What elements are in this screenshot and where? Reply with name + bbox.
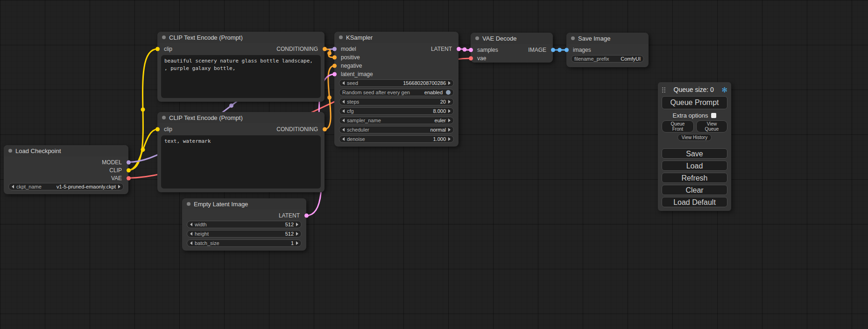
settings-gear-icon[interactable]: ✻ <box>721 86 727 93</box>
denoise-widget[interactable]: denoise 1.000 <box>339 135 454 143</box>
cfg-widget[interactable]: cfg 8.000 <box>339 107 454 115</box>
prev-arrow-icon[interactable] <box>342 128 345 132</box>
collapse-dot-icon[interactable] <box>162 35 166 39</box>
collapse-dot-icon[interactable] <box>571 36 575 40</box>
filename-prefix-widget[interactable]: filename_prefix ComfyUI <box>571 55 644 63</box>
clip-input-port[interactable] <box>155 47 160 51</box>
prev-arrow-icon[interactable] <box>190 241 192 245</box>
node-title-bar[interactable]: KSampler <box>334 32 459 43</box>
slot-label: IMAGE <box>528 47 553 53</box>
next-arrow-icon[interactable] <box>296 241 298 245</box>
next-arrow-icon[interactable] <box>296 223 298 226</box>
widget-name: ckpt_name <box>16 184 42 189</box>
collapse-dot-icon[interactable] <box>339 35 343 39</box>
batch-size-widget[interactable]: batch_size 1 <box>187 239 302 247</box>
load-button[interactable]: Load <box>662 161 727 171</box>
view-history-button[interactable]: View History <box>677 134 712 141</box>
clip-input-port[interactable] <box>155 127 160 132</box>
clear-button[interactable]: Clear <box>662 185 727 195</box>
height-widget[interactable]: height 512 <box>187 230 302 238</box>
collapse-dot-icon[interactable] <box>187 202 191 206</box>
positive-input-port[interactable] <box>332 56 337 60</box>
image-output-port[interactable] <box>551 48 555 52</box>
prev-arrow-icon[interactable] <box>190 232 192 236</box>
node-vae-decode[interactable]: VAE Decode samples IMAGE vae <box>471 33 553 63</box>
widget-name: Random seed after every gen <box>342 90 410 95</box>
random-seed-toggle-widget[interactable]: Random seed after every gen enabled <box>339 89 454 96</box>
prev-arrow-icon[interactable] <box>190 223 192 226</box>
widget-name: denoise <box>347 136 365 142</box>
node-title-bar[interactable]: VAE Decode <box>471 33 553 44</box>
refresh-button[interactable]: Refresh <box>662 173 727 183</box>
clip-output-port[interactable] <box>127 168 131 172</box>
save-button[interactable]: Save <box>662 148 727 159</box>
conditioning-output-port[interactable] <box>323 127 327 132</box>
collapse-dot-icon[interactable] <box>162 116 166 119</box>
prompt-textarea[interactable]: beautiful scenery nature glass bottle la… <box>161 55 321 98</box>
node-canvas[interactable]: Load Checkpoint MODEL CLIP VAE ckpt_name… <box>0 0 868 329</box>
prev-arrow-icon[interactable] <box>342 100 345 104</box>
steps-widget[interactable]: steps 20 <box>339 98 454 105</box>
latent-image-input-port[interactable] <box>332 72 337 77</box>
next-arrow-icon[interactable] <box>118 185 120 189</box>
node-title-bar[interactable]: CLIP Text Encode (Prompt) <box>157 32 325 43</box>
vae-output-port[interactable] <box>127 176 131 180</box>
node-ksampler[interactable]: KSampler model LATENT positive negative … <box>334 32 459 147</box>
collapse-dot-icon[interactable] <box>8 149 12 153</box>
queue-front-button[interactable]: Queue Front <box>662 120 694 133</box>
queue-buttons-row: Queue Front View Queue <box>662 120 727 133</box>
wire-midpoint-dot <box>141 107 145 112</box>
conditioning-output-port[interactable] <box>323 47 327 51</box>
node-title-bar[interactable]: Empty Latent Image <box>182 198 306 210</box>
model-input-port[interactable] <box>332 47 337 51</box>
latent-output-port[interactable] <box>304 214 309 218</box>
node-clip-text-encode-positive[interactable]: CLIP Text Encode (Prompt) clip CONDITION… <box>157 32 325 102</box>
next-arrow-icon[interactable] <box>448 119 451 122</box>
slot-row-images: images <box>566 46 649 54</box>
toggle-dot-icon[interactable] <box>446 90 451 95</box>
next-arrow-icon[interactable] <box>448 81 451 85</box>
widget-value: 1 <box>291 240 294 246</box>
sampler-name-widget[interactable]: sampler_name euler <box>339 117 454 124</box>
wire-midpoint-dot <box>229 104 233 108</box>
images-input-port[interactable] <box>565 48 569 52</box>
prev-arrow-icon[interactable] <box>342 81 345 85</box>
model-output-port[interactable] <box>127 160 131 164</box>
node-load-checkpoint[interactable]: Load Checkpoint MODEL CLIP VAE ckpt_name… <box>4 145 128 194</box>
width-widget[interactable]: width 512 <box>187 221 302 228</box>
node-title-bar[interactable]: CLIP Text Encode (Prompt) <box>157 112 325 123</box>
next-arrow-icon[interactable] <box>448 137 451 141</box>
latent-output-port[interactable] <box>457 47 461 51</box>
samples-input-port[interactable] <box>469 48 473 52</box>
seed-widget[interactable]: seed 156680208700286 <box>339 79 454 87</box>
widget-name: filename_prefix <box>574 56 609 62</box>
next-arrow-icon[interactable] <box>448 100 451 104</box>
slot-label: CONDITIONING <box>276 126 325 133</box>
node-clip-text-encode-negative[interactable]: CLIP Text Encode (Prompt) clip CONDITION… <box>157 112 325 192</box>
load-default-button[interactable]: Load Default <box>662 197 727 207</box>
prev-arrow-icon[interactable] <box>12 185 14 189</box>
slot-row: clip CONDITIONING <box>157 125 325 133</box>
history-row: View History <box>662 134 727 141</box>
drag-handle-icon[interactable] <box>662 87 666 93</box>
vae-input-port[interactable] <box>469 56 473 61</box>
queue-prompt-button[interactable]: Queue Prompt <box>662 96 727 109</box>
prev-arrow-icon[interactable] <box>342 109 345 113</box>
view-queue-button[interactable]: View Queue <box>696 120 727 133</box>
node-save-image[interactable]: Save Image images filename_prefix ComfyU… <box>566 33 649 67</box>
prev-arrow-icon[interactable] <box>342 137 345 141</box>
widget-value: ComfyUI <box>621 56 641 62</box>
node-empty-latent-image[interactable]: Empty Latent Image LATENT width 512 heig… <box>182 198 306 251</box>
prev-arrow-icon[interactable] <box>342 119 345 122</box>
next-arrow-icon[interactable] <box>448 128 451 132</box>
scheduler-widget[interactable]: scheduler normal <box>339 126 454 133</box>
next-arrow-icon[interactable] <box>448 109 451 113</box>
node-title-bar[interactable]: Save Image <box>566 33 649 44</box>
extra-options-checkbox[interactable] <box>711 113 716 118</box>
node-title-bar[interactable]: Load Checkpoint <box>4 145 128 156</box>
next-arrow-icon[interactable] <box>296 232 298 236</box>
ckpt-name-widget[interactable]: ckpt_name v1-5-pruned-emaonly.ckpt <box>8 183 124 190</box>
collapse-dot-icon[interactable] <box>475 36 479 40</box>
prompt-textarea[interactable]: text, watermark <box>161 135 321 189</box>
negative-input-port[interactable] <box>332 64 337 68</box>
